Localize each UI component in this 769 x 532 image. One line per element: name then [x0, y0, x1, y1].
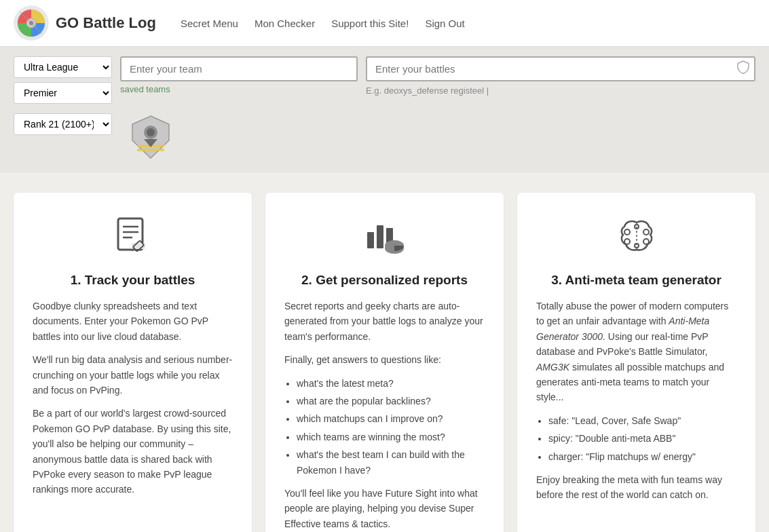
list-item: spicy: "Double anti-meta ABB"	[548, 431, 736, 446]
saved-teams-link[interactable]: saved teams	[120, 84, 358, 94]
card-antimeta-body: Totally abuse the power of modern comput…	[536, 299, 736, 503]
nav-mon-checker[interactable]: Mon Checker	[255, 18, 315, 29]
list-item: charger: "Flip matchups w/ energy"	[548, 449, 736, 464]
site-title: GO Battle Log	[56, 14, 156, 32]
list-item: what's the latest meta?	[297, 376, 485, 391]
team-input-area: saved teams	[120, 56, 358, 94]
rank-select[interactable]: Rank 21 (2100+) Rank 20 Rank 19 Rank 18	[14, 113, 112, 135]
card-track-p3: Be a part of our world's largest crowd-s…	[33, 406, 233, 497]
svg-point-28	[635, 244, 639, 248]
top-controls: Ultra League Great League Master League …	[0, 47, 769, 111]
nav-secret-menu[interactable]: Secret Menu	[181, 18, 238, 29]
card-antimeta-title: 3. Anti-meta team generator	[536, 273, 736, 288]
badge-svg	[127, 113, 174, 161]
shield-icon	[736, 60, 750, 78]
list-item: what are the popular backlines?	[297, 394, 485, 408]
card-antimeta-bullets: safe: "Lead, Cover, Safe Swap" spicy: "D…	[548, 413, 736, 464]
list-item: which matchups can I improve on?	[297, 411, 485, 426]
card-reports-bullets: what's the latest meta? what are the pop…	[297, 376, 485, 478]
league-selectors: Ultra League Great League Master League …	[14, 56, 112, 104]
brain-icon	[536, 213, 736, 262]
card-antimeta: 3. Anti-meta team generator Totally abus…	[517, 193, 755, 532]
site-header: GO Battle Log Secret Menu Mon Checker Su…	[0, 0, 769, 47]
card-reports-p1: Secret reports and geeky charts are auto…	[284, 299, 485, 344]
battles-example: E.g. deoxys_defense registeel |	[366, 86, 755, 96]
card-reports-p2: Finally, get answers to questions like:	[284, 352, 485, 367]
card-track-body: Goodbye clunky spreadsheets and text doc…	[33, 299, 233, 497]
card-reports-post1: You'll feel like you have Future Sight i…	[284, 486, 485, 531]
card-reports: 2. Get personalized reports Secret repor…	[265, 193, 504, 532]
rank-badge-icon	[127, 113, 174, 163]
card-track-title: 1. Track your battles	[33, 273, 233, 288]
svg-point-7	[147, 128, 155, 136]
logo-icon	[14, 5, 49, 41]
rank-selector: Rank 21 (2100+) Rank 20 Rank 19 Rank 18	[14, 113, 112, 135]
card-antimeta-p1: Totally abuse the power of modern comput…	[536, 299, 736, 405]
cards-row: 1. Track your battles Goodbye clunky spr…	[14, 193, 755, 532]
list-item: which teams are winning the most?	[297, 430, 485, 444]
svg-rect-17	[367, 232, 374, 248]
main-content: 1. Track your battles Goodbye clunky spr…	[0, 172, 769, 532]
document-edit-icon	[33, 213, 233, 262]
svg-point-25	[624, 239, 630, 244]
svg-point-24	[643, 229, 649, 235]
card-track-p2: We'll run big data analysis and serious …	[33, 352, 233, 398]
battles-input-area: E.g. deoxys_defense registeel |	[366, 56, 755, 96]
card-track: 1. Track your battles Goodbye clunky spr…	[14, 193, 252, 532]
card-reports-title: 2. Get personalized reports	[284, 273, 485, 288]
chart-pie-icon	[284, 213, 485, 262]
league-select[interactable]: Ultra League Great League Master League	[14, 56, 112, 78]
logo-circle	[14, 5, 49, 41]
battles-input-wrapper	[366, 56, 755, 81]
nav-support[interactable]: Support this Site!	[331, 18, 409, 29]
svg-point-26	[643, 239, 649, 244]
card-antimeta-post1: Enjoy breaking the meta with fun teams w…	[536, 472, 736, 503]
main-nav: Secret Menu Mon Checker Support this Sit…	[181, 18, 465, 29]
site-logo-link[interactable]: GO Battle Log	[14, 5, 156, 41]
card-track-p1: Goodbye clunky spreadsheets and text doc…	[33, 299, 233, 344]
list-item: what's the best team I can build with th…	[297, 447, 485, 478]
list-item: safe: "Lead, Cover, Safe Swap"	[548, 413, 736, 428]
badge-area: Rank 21 (2100+) Rank 20 Rank 19 Rank 18	[0, 111, 769, 172]
svg-rect-18	[377, 225, 383, 248]
card-reports-body: Secret reports and geeky charts are auto…	[284, 299, 485, 531]
nav-sign-out[interactable]: Sign Out	[425, 18, 464, 29]
svg-point-23	[624, 229, 630, 235]
rank-selector-row: Rank 21 (2100+) Rank 20 Rank 19 Rank 18	[14, 113, 174, 163]
team-input[interactable]	[120, 56, 358, 81]
battles-input[interactable]	[366, 56, 755, 81]
sub-league-select[interactable]: Premier All	[14, 82, 112, 104]
